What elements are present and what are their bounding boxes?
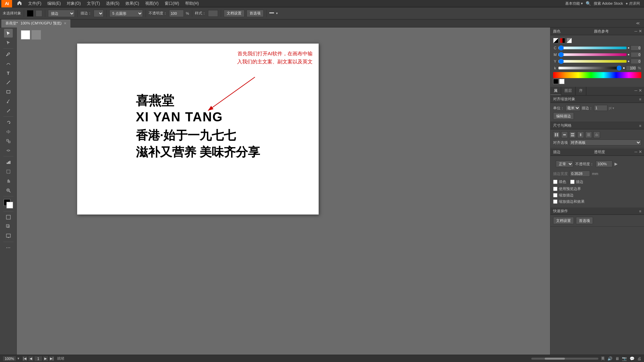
white-swatch[interactable] (559, 79, 565, 84)
arrange-btn[interactable] (269, 12, 274, 14)
width-tool[interactable] (4, 146, 13, 155)
pen-tool[interactable] (4, 50, 13, 59)
rect-tool[interactable] (4, 87, 13, 96)
file-tab[interactable]: 喜燕堂* 100% (CMYK/GPU 预览) ✕ (1, 19, 71, 27)
panel-minimize-btn[interactable]: ─ (635, 29, 638, 34)
tab-close-btn[interactable]: ✕ (64, 21, 66, 25)
selection-tool[interactable] (4, 29, 13, 38)
stroke-checkbox[interactable] (570, 180, 575, 184)
stroke-width-input[interactable] (594, 105, 607, 111)
screen-mode-btn[interactable] (4, 232, 13, 240)
h-scrollbar[interactable] (531, 358, 598, 360)
menu-view[interactable]: 视图(V) (143, 0, 161, 7)
scale-effect-checkbox[interactable] (553, 199, 557, 204)
zoom-input[interactable] (3, 356, 16, 361)
m-slider[interactable] (558, 53, 627, 56)
page-next-btn[interactable]: ▶ (43, 356, 48, 361)
transparency-title-header[interactable]: 透明度 (591, 148, 632, 156)
swatch-white[interactable] (21, 30, 30, 40)
zoom-dropdown-icon[interactable]: ▾ (17, 356, 19, 361)
stroke-style-select[interactable]: 描边 (48, 10, 75, 17)
quick-actions-options[interactable]: ≡ (639, 209, 641, 213)
blend-mode-select[interactable]: 正常 (556, 161, 573, 167)
line-tool[interactable] (4, 78, 13, 87)
draw-mode-normal[interactable] (4, 213, 13, 222)
stroke-checkbox-label[interactable]: 描边 (570, 179, 583, 184)
m-value[interactable] (631, 52, 641, 57)
transparency-min-btn[interactable]: ─ (635, 149, 638, 154)
quick-preferences[interactable]: 首选项 (576, 217, 593, 224)
ime-icon[interactable]: 英 (601, 356, 605, 361)
stroke-width-value[interactable] (570, 171, 590, 177)
panel-toggle-btn[interactable]: ≪ (635, 21, 641, 25)
tab-properties[interactable]: 属 (550, 87, 561, 95)
unit-select[interactable]: 毫米 (566, 105, 580, 111)
right-tabs-min-btn[interactable]: ─ (634, 88, 637, 94)
align-icon-4[interactable] (577, 131, 584, 138)
scale-effect-label[interactable]: 缩放描边和效果 (553, 199, 641, 204)
brand-subtitle2[interactable]: 滋补又营养 美味齐分享 (136, 144, 260, 161)
tab-order[interactable]: 序 (576, 87, 586, 95)
color-mode-icon2[interactable] (560, 38, 565, 43)
c-slider[interactable] (558, 47, 627, 49)
right-tabs-close-btn[interactable]: ✕ (639, 88, 642, 94)
color-panel-header[interactable]: 颜色 (550, 27, 591, 35)
menu-file[interactable]: 文件(F) (25, 0, 44, 7)
menu-window[interactable]: 窗口(W) (162, 0, 182, 7)
brush-select[interactable] (94, 10, 104, 17)
direct-selection-tool[interactable] (4, 38, 13, 47)
menu-select[interactable]: 选择(S) (103, 0, 122, 7)
tab-layers[interactable]: 图层 (561, 87, 576, 95)
color-mode-icon1[interactable] (553, 38, 558, 43)
menu-edit[interactable]: 编辑(E) (45, 0, 63, 7)
edit-stroke-btn[interactable]: 编辑描边 (553, 112, 574, 120)
brand-title-english[interactable]: XI YAN TANG (136, 110, 223, 124)
toolbar-stroke-color[interactable] (36, 10, 42, 17)
hand-tool[interactable] (4, 177, 13, 185)
scale-stroke-checkbox[interactable] (553, 193, 557, 197)
menu-text[interactable]: 文字(T) (84, 0, 103, 7)
transparency-close-btn[interactable]: ✕ (639, 149, 642, 154)
arrange-dropdown-icon[interactable]: ▾ (276, 11, 278, 15)
transparency-opacity-input[interactable] (596, 161, 612, 167)
first-option-btn[interactable]: 首选项 (247, 10, 264, 17)
doc-settings-btn[interactable]: 文档设置 (224, 10, 245, 17)
transparency-panel-header[interactable]: 描边 (550, 148, 591, 156)
brand-subtitle1[interactable]: 香港·始于一九七七 (136, 127, 236, 144)
draw-mode-behind[interactable] (4, 222, 13, 231)
k-value[interactable] (626, 65, 637, 71)
menu-object[interactable]: 对象(O) (64, 0, 83, 7)
k-slider[interactable] (558, 67, 622, 69)
quick-doc-settings[interactable]: 文档设置 (553, 217, 574, 224)
scale-stroke-label[interactable]: 缩放描边 (553, 193, 641, 198)
artboard-tool[interactable] (4, 167, 13, 176)
reflect-tool[interactable] (4, 127, 13, 136)
style-color-box[interactable] (208, 10, 218, 17)
align-icon-3[interactable] (569, 131, 576, 138)
toolbar-fill-color[interactable] (27, 10, 34, 17)
curvature-tool[interactable] (4, 59, 13, 68)
zoom-tool[interactable] (4, 186, 13, 195)
page-last-btn[interactable]: ▶| (49, 356, 54, 361)
transform-panel-header[interactable]: 对齐缩放对象 ≡ (550, 96, 644, 103)
transparency-arrow[interactable]: ▶ (614, 162, 618, 166)
align-icon-1[interactable] (553, 131, 560, 138)
menu-home[interactable] (14, 0, 25, 7)
preview-border-checkbox[interactable] (553, 187, 557, 191)
preview-border-label[interactable]: 使用预览边界 (553, 186, 641, 191)
panel-close-btn[interactable]: ✕ (639, 29, 642, 34)
fill-checkbox-label[interactable]: 填色 (553, 179, 566, 184)
menu-effect[interactable]: 效果(C) (123, 0, 142, 7)
c-value[interactable] (631, 45, 641, 51)
color-mode-icon3[interactable] (567, 38, 572, 43)
paintbrush-tool[interactable] (4, 97, 13, 106)
align-target-select[interactable]: 对齐画板 (569, 139, 641, 145)
chart-tool[interactable] (4, 158, 13, 167)
transform-panel-options[interactable]: ≡ (639, 97, 641, 101)
color-spectrum[interactable] (553, 72, 641, 78)
y-slider[interactable] (558, 60, 627, 63)
point-shape-select[interactable]: 5 点圆形 (109, 10, 143, 17)
align-panel-options[interactable]: ≡ (639, 124, 641, 128)
page-prev-btn[interactable]: ◀ (28, 356, 34, 361)
fill-checkbox[interactable] (553, 180, 557, 184)
